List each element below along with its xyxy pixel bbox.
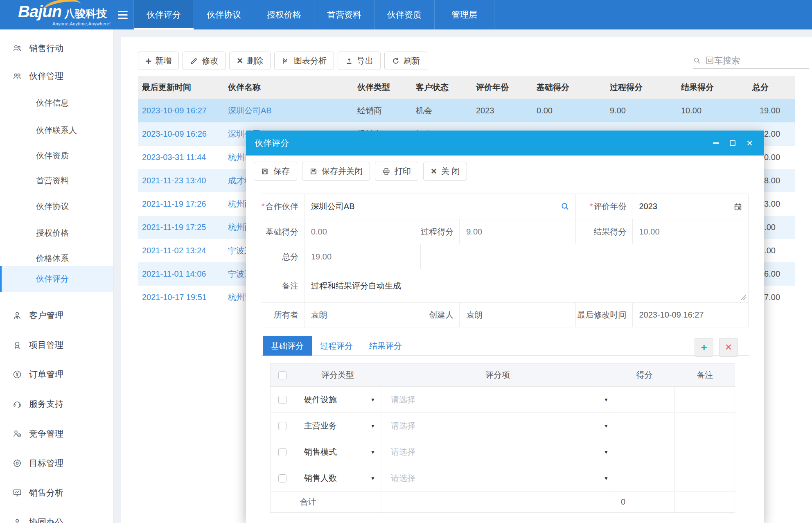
target-icon xyxy=(12,458,22,468)
sidebar-item-collaboration[interactable]: 协同办公 xyxy=(0,507,113,523)
search-input[interactable]: 回车搜索 xyxy=(693,53,809,69)
remark-cell[interactable] xyxy=(674,465,735,491)
score-cell[interactable] xyxy=(614,465,674,491)
score-cell[interactable] xyxy=(614,413,674,439)
calendar-icon[interactable] xyxy=(733,202,742,211)
remark-cell[interactable] xyxy=(674,439,735,465)
floppy-icon xyxy=(309,167,318,176)
score-detail-table: 评分类型 评分项 得分 备注 硬件设施▼ 请选择▼ 主营业务▼ 请选择▼ xyxy=(270,363,735,513)
tab-process-score[interactable]: 过程评分 xyxy=(312,336,361,356)
lookup-search-icon[interactable] xyxy=(560,202,570,211)
score-item-select[interactable]: 请选择▼ xyxy=(381,413,614,439)
modified-time-label: 最后修改时间 xyxy=(576,303,633,327)
export-icon xyxy=(345,57,353,65)
score-type-select[interactable]: 销售模式▼ xyxy=(294,439,381,465)
remark-cell[interactable] xyxy=(674,413,735,439)
select-all-checkbox[interactable] xyxy=(278,371,286,379)
sidebar-item-first-sale-info[interactable]: 首营资料 xyxy=(0,169,113,192)
sidebar-item-partner-contacts[interactable]: 伙伴联系人 xyxy=(0,118,113,142)
sidebar-item-authorized-price[interactable]: 授权价格 xyxy=(0,221,113,245)
export-button[interactable]: 导出 xyxy=(338,52,381,70)
close-button[interactable]: ✕关 闭 xyxy=(423,162,467,181)
menu-hamburger-icon[interactable] xyxy=(118,11,128,21)
remark-cell[interactable] xyxy=(674,386,735,413)
resize-grip-icon[interactable] xyxy=(740,294,746,300)
sidebar-item-project-management[interactable]: 项目管理 xyxy=(0,330,113,360)
top-nav-tabs: 伙伴评分 伙伴协议 授权价格 首营资料 伙伴资质 管理层 xyxy=(133,0,494,29)
owner-field: 袁朗 xyxy=(304,303,421,327)
partner-field[interactable]: 深圳公司AB xyxy=(304,194,576,219)
sidebar-item-partner-info[interactable]: 伙伴信息 xyxy=(0,91,113,115)
nav-tab-first-sale-info[interactable]: 首营资料 xyxy=(314,0,374,29)
score-cell[interactable] xyxy=(614,386,674,413)
sidebar-item-partner-agreement[interactable]: 伙伴协议 xyxy=(0,194,113,218)
refresh-button[interactable]: 刷新 xyxy=(384,52,427,70)
chart-analysis-button[interactable]: 图表分析 xyxy=(274,52,334,70)
headset-icon xyxy=(12,399,22,409)
score-item-select[interactable]: 请选择▼ xyxy=(381,386,614,413)
process-score-field: 9.00 xyxy=(460,219,576,244)
minimize-icon[interactable] xyxy=(713,142,719,144)
search-placeholder: 回车搜索 xyxy=(706,55,740,66)
top-navbar: Bajun 八骏科技 Anyone,Anytime,Anywhere! 伙伴评分… xyxy=(0,0,812,29)
year-field[interactable]: 2023 xyxy=(632,194,748,219)
delete-button[interactable]: ✕删除 xyxy=(229,52,271,70)
partner-score-dialog: 伙伴评分 ✕ 保存 保存并关闭 打印 ✕关 闭 *合作伙伴 深圳公司AB *评价… xyxy=(246,131,764,523)
row-checkbox[interactable] xyxy=(278,474,286,482)
edit-button[interactable]: 修改 xyxy=(183,52,226,70)
score-cell[interactable] xyxy=(614,439,674,465)
sidebar-item-order-management[interactable]: 订单管理 xyxy=(0,360,113,389)
dialog-form: *合作伙伴 深圳公司AB *评价年份 2023 基础得分 0.00 过程得分 9… xyxy=(261,194,749,327)
add-row-button[interactable]: + xyxy=(695,338,713,357)
save-button[interactable]: 保存 xyxy=(254,162,297,181)
row-checkbox[interactable] xyxy=(278,448,286,456)
score-type-select[interactable]: 硬件设施▼ xyxy=(294,386,381,413)
plus-icon: + xyxy=(145,57,151,65)
yen-circle-icon xyxy=(12,370,22,379)
sidebar-item-sales-analysis[interactable]: 销售分析 xyxy=(0,478,113,507)
score-type-select[interactable]: 销售人数▼ xyxy=(294,465,381,491)
close-icon[interactable]: ✕ xyxy=(746,139,753,147)
score-row: 销售人数▼ 请选择▼ xyxy=(271,465,735,491)
save-and-close-button[interactable]: 保存并关闭 xyxy=(302,162,370,181)
sidebar-item-competition-management[interactable]: 竞争管理 xyxy=(0,419,113,449)
nav-tab-management[interactable]: 管理层 xyxy=(434,0,494,29)
nav-tab-partner-score[interactable]: 伙伴评分 xyxy=(133,0,194,29)
sidebar-item-partner-management[interactable]: 伙伴管理 xyxy=(0,63,113,89)
modified-time-field: 2023-10-09 16:27 xyxy=(633,303,749,327)
row-checkbox[interactable] xyxy=(278,422,286,430)
sidebar-item-service-support[interactable]: 服务支持 xyxy=(0,389,113,419)
sidebar-item-sales-action[interactable]: 销售行动 xyxy=(0,35,113,61)
sidebar-item-target-management[interactable]: 目标管理 xyxy=(0,449,113,478)
sidebar: 销售行动 伙伴管理 伙伴信息 伙伴联系人 伙伴资质 首营资料 伙伴协议 授权价格… xyxy=(0,29,114,523)
add-button[interactable]: +新增 xyxy=(138,52,179,70)
score-table-header: 评分类型 评分项 得分 备注 xyxy=(271,364,735,386)
sidebar-item-customer-management[interactable]: 客户管理 xyxy=(0,301,113,330)
sidebar-item-partner-score[interactable]: 伙伴评分 xyxy=(0,266,113,292)
printer-icon xyxy=(382,167,390,176)
maximize-icon[interactable] xyxy=(730,140,735,146)
partner-field-label: *合作伙伴 xyxy=(261,194,304,219)
base-score-field: 0.00 xyxy=(304,219,421,244)
table-row[interactable]: 2023-10-09 16:27 深圳公司AB 经销商 机会 2023 0.00… xyxy=(138,99,795,122)
creator-label: 创建人 xyxy=(420,303,460,327)
sidebar-item-partner-qualification[interactable]: 伙伴资质 xyxy=(0,144,113,167)
score-item-select[interactable]: 请选择▼ xyxy=(381,465,614,491)
score-item-select[interactable]: 请选择▼ xyxy=(381,439,614,465)
print-button[interactable]: 打印 xyxy=(375,162,418,181)
nav-tab-authorized-price[interactable]: 授权价格 xyxy=(254,0,314,29)
row-checkbox[interactable] xyxy=(278,396,286,404)
remark-field[interactable]: 过程和结果评分自动生成 xyxy=(304,269,748,302)
tab-base-score[interactable]: 基础评分 xyxy=(263,336,312,356)
total-score-label: 总分 xyxy=(261,244,304,269)
tab-result-score[interactable]: 结果评分 xyxy=(361,336,410,356)
score-type-select[interactable]: 主营业务▼ xyxy=(294,413,381,439)
dialog-title: 伙伴评分 xyxy=(255,138,289,149)
partners-icon xyxy=(12,71,22,81)
nav-tab-partner-agreement[interactable]: 伙伴协议 xyxy=(194,0,254,29)
versus-icon xyxy=(12,429,22,439)
nav-tab-partner-qualification[interactable]: 伙伴资质 xyxy=(374,0,434,29)
remove-row-button[interactable]: ✕ xyxy=(719,338,738,357)
result-score-field: 10.00 xyxy=(633,219,749,244)
logo-text: Bajun xyxy=(18,3,61,20)
